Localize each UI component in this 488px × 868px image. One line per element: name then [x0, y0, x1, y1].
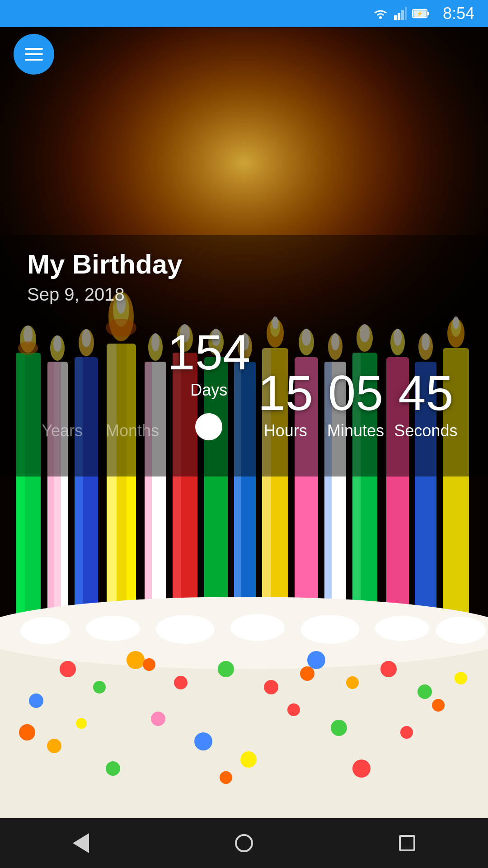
svg-point-69	[127, 651, 145, 669]
svg-point-99	[436, 617, 486, 644]
svg-point-92	[220, 771, 232, 784]
countdown-years: Years	[27, 418, 97, 440]
menu-button[interactable]	[14, 34, 54, 75]
svg-point-68	[29, 693, 43, 708]
svg-point-78	[455, 672, 467, 684]
svg-rect-106	[427, 12, 429, 15]
months-label: Months	[97, 421, 167, 440]
home-button[interactable]	[235, 834, 253, 852]
svg-point-91	[19, 724, 35, 741]
svg-point-72	[218, 661, 234, 677]
svg-point-77	[418, 684, 432, 699]
svg-point-97	[300, 615, 359, 644]
minutes-label: Minutes	[320, 421, 390, 440]
svg-rect-104	[405, 7, 407, 20]
countdown-hours[interactable]: 15 Hours	[250, 368, 320, 440]
svg-point-79	[151, 712, 165, 726]
svg-point-93	[20, 617, 70, 644]
home-icon	[235, 834, 253, 852]
svg-rect-103	[401, 10, 404, 20]
event-date: Sep 9, 2018	[27, 284, 461, 305]
svg-point-96	[230, 614, 285, 641]
minutes-number: 05	[320, 368, 390, 418]
svg-point-88	[143, 658, 155, 671]
countdown-seconds[interactable]: 45 Seconds	[391, 368, 461, 440]
status-icons: ⚡ 8:54	[372, 4, 474, 23]
svg-point-66	[60, 661, 76, 677]
svg-point-89	[300, 666, 314, 681]
svg-point-98	[375, 616, 429, 641]
event-title: My Birthday	[27, 249, 461, 280]
svg-point-95	[156, 615, 215, 644]
status-bar: ⚡ 8:54	[0, 0, 488, 27]
svg-point-80	[287, 703, 300, 716]
recents-icon	[399, 835, 415, 851]
hours-label: Hours	[250, 421, 320, 440]
years-label: Years	[27, 421, 97, 440]
svg-point-87	[352, 760, 371, 778]
svg-point-100	[379, 16, 382, 19]
wifi-icon	[372, 7, 389, 20]
countdown-overlay: My Birthday Sep 9, 2018 Years Months 154…	[0, 235, 488, 476]
svg-point-81	[331, 720, 347, 736]
countdown-minutes[interactable]: 05 Minutes	[320, 368, 390, 440]
svg-point-84	[400, 726, 413, 739]
countdown-values: Years Months 154 Days 15 Hours	[27, 327, 461, 440]
bottom-nav	[0, 818, 488, 868]
svg-point-76	[380, 661, 397, 677]
hamburger-icon	[25, 48, 43, 61]
svg-point-70	[174, 676, 188, 689]
screen: ⚡ 8:54 My Birthday Sep 9, 2018 Years Mon…	[0, 0, 488, 868]
svg-rect-101	[394, 15, 397, 20]
countdown-days[interactable]: 154 Days	[168, 327, 251, 440]
svg-point-75	[346, 676, 359, 689]
selector-dot	[168, 413, 251, 440]
hours-number: 15	[250, 368, 320, 418]
countdown-months: Months	[97, 418, 167, 440]
svg-point-73	[264, 680, 278, 694]
svg-rect-102	[398, 13, 400, 20]
back-button[interactable]	[73, 833, 89, 853]
days-label: Days	[168, 381, 251, 400]
svg-point-74	[307, 651, 325, 669]
svg-point-71	[76, 718, 87, 729]
svg-point-85	[240, 751, 257, 768]
seconds-number: 45	[391, 368, 461, 418]
active-dot	[195, 413, 222, 440]
status-time: 8:54	[443, 4, 474, 23]
signal-icon	[394, 7, 407, 20]
svg-text:⚡: ⚡	[417, 10, 423, 17]
svg-point-86	[106, 761, 120, 776]
svg-point-67	[93, 681, 106, 693]
svg-point-83	[47, 739, 61, 753]
seconds-label: Seconds	[391, 421, 461, 440]
battery-icon: ⚡	[412, 8, 430, 19]
recents-button[interactable]	[399, 835, 415, 851]
back-icon	[73, 833, 89, 853]
svg-point-94	[86, 616, 140, 641]
days-number: 154	[168, 327, 251, 377]
svg-point-82	[194, 732, 212, 750]
svg-point-90	[432, 699, 445, 712]
